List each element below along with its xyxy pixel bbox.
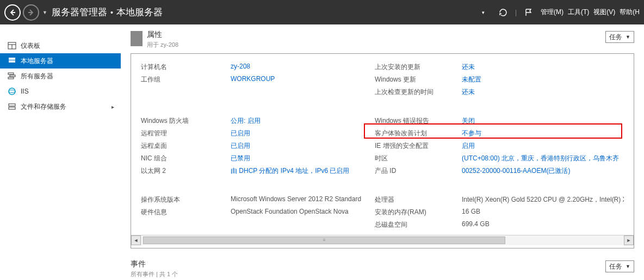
prop-label — [141, 88, 231, 97]
breadcrumb-root[interactable]: 服务器管理器 — [52, 6, 107, 18]
properties-title: 属性 — [147, 30, 605, 40]
titlebar: ▼ 服务器管理器 • 本地服务器 ▾ | 管理(M) 工具(T) 视图(V) 帮… — [0, 0, 644, 24]
prop-value[interactable]: 还未 — [462, 88, 624, 97]
prop-value[interactable]: 启用 — [462, 141, 624, 151]
svg-rect-6 — [10, 75, 15, 77]
prop-value[interactable]: 不参与 — [462, 129, 624, 138]
nav-buttons: ▼ — [0, 4, 52, 21]
sidebar-item-label: 仪表板 — [21, 41, 40, 51]
prop-value[interactable]: (UTC+08:00) 北京，重庆，香港特别行政区，乌鲁木齐 — [462, 154, 624, 163]
prop-label: 时区 — [375, 154, 462, 163]
iis-icon — [7, 87, 17, 96]
prop-value[interactable]: WORKGROUP — [231, 75, 375, 84]
svg-rect-11 — [9, 107, 15, 109]
prop-label: 产品 ID — [375, 166, 462, 176]
back-button[interactable] — [4, 4, 21, 21]
forward-button[interactable] — [23, 4, 39, 21]
properties-panel: 计算机名zy-208上次安装的更新还未工作组WORKGROUPWindows 更… — [131, 53, 634, 248]
prop-label: IE 增强的安全配置 — [375, 141, 462, 151]
server-block-icon — [131, 31, 143, 46]
prop-value[interactable]: 由 DHCP 分配的 IPv4 地址，IPv6 已启用 — [231, 166, 375, 176]
prop-value[interactable]: 已启用 — [231, 141, 375, 151]
prop-label: 远程桌面 — [141, 141, 231, 151]
servers-icon — [7, 72, 17, 80]
main-content: 属性 用于 zy-208 任务 ▼ 计算机名zy-208上次安装的更新还未工作组… — [121, 24, 644, 280]
refresh-button[interactable] — [496, 5, 511, 20]
events-title: 事件 — [131, 259, 605, 269]
prop-value: OpenStack Foundation OpenStack Nova — [231, 208, 375, 217]
tasks-button[interactable]: 任务 ▼ — [605, 31, 634, 43]
flag-icon — [524, 8, 533, 17]
arrow-right-icon — [27, 9, 35, 16]
prop-value[interactable]: 未配置 — [462, 75, 624, 84]
dropdown-small-icon[interactable]: ▾ — [476, 5, 491, 20]
prop-label: Windows 错误报告 — [375, 116, 462, 126]
horizontal-scrollbar[interactable]: ◄ ≡ ► — [131, 235, 634, 245]
chevron-right-icon: ▸ — [112, 104, 114, 110]
prop-label: 总磁盘空间 — [375, 220, 462, 229]
storage-icon — [7, 102, 17, 111]
menu-help[interactable]: 帮助(H — [620, 8, 640, 17]
events-subtitle: 所有事件 | 共 1 个 — [131, 270, 605, 278]
scroll-thumb[interactable]: ≡ — [143, 237, 505, 244]
prop-label: 工作组 — [141, 75, 231, 84]
properties-grid: 计算机名zy-208上次安装的更新还未工作组WORKGROUPWindows 更… — [131, 63, 634, 229]
prop-value[interactable] — [231, 88, 375, 97]
svg-point-8 — [9, 88, 15, 95]
scroll-track[interactable]: ≡ — [141, 235, 624, 245]
prop-value[interactable]: 已禁用 — [231, 154, 375, 163]
sidebar: 仪表板 本地服务器 所有服务器 IIS 文件和存储服务 ▸ — [0, 24, 121, 280]
properties-header: 属性 用于 zy-208 任务 ▼ — [131, 30, 634, 49]
prop-value[interactable]: 00252-20000-00116-AAOEM(已激活) — [462, 166, 624, 176]
prop-label: 以太网 2 — [141, 166, 231, 176]
sidebar-item-iis[interactable]: IIS — [0, 84, 121, 99]
breadcrumb-current[interactable]: 本地服务器 — [116, 6, 163, 18]
prop-value[interactable]: 公用: 启用 — [231, 116, 375, 126]
server-icon — [7, 57, 17, 65]
prop-value[interactable] — [231, 220, 375, 229]
sidebar-item-label: 所有服务器 — [21, 72, 53, 81]
prop-value[interactable]: zy-208 — [231, 63, 375, 72]
sidebar-item-local-server[interactable]: 本地服务器 — [0, 53, 121, 69]
prop-label: 硬件信息 — [141, 208, 231, 217]
flag-button[interactable] — [521, 5, 536, 20]
sidebar-item-file-storage[interactable]: 文件和存储服务 ▸ — [0, 99, 121, 114]
breadcrumb: 服务器管理器 • 本地服务器 — [52, 6, 476, 18]
menu-tools[interactable]: 工具(T) — [568, 8, 589, 17]
prop-value: 16 GB — [462, 208, 624, 217]
properties-subtitle: 用于 zy-208 — [147, 41, 605, 49]
prop-label: NIC 组合 — [141, 154, 231, 163]
dropdown-icon[interactable]: ▼ — [42, 10, 47, 15]
svg-point-9 — [9, 90, 15, 93]
prop-value: Microsoft Windows Server 2012 R2 Standar… — [231, 195, 375, 204]
arrow-left-icon — [9, 9, 16, 16]
events-header: 事件 所有事件 | 共 1 个 任务 ▼ — [131, 259, 634, 278]
titlebar-right: ▾ | 管理(M) 工具(T) 视图(V) 帮助(H — [476, 5, 644, 20]
scroll-left-button[interactable]: ◄ — [131, 235, 141, 245]
svg-rect-4 — [9, 60, 15, 63]
breadcrumb-sep-icon: • — [110, 8, 113, 17]
prop-value[interactable]: 关闭 — [462, 116, 624, 126]
menu-manage[interactable]: 管理(M) — [541, 8, 564, 17]
prop-value[interactable]: 还未 — [462, 63, 624, 72]
tasks-label: 任务 — [609, 262, 622, 271]
dashboard-icon — [7, 41, 17, 50]
scroll-right-button[interactable]: ► — [624, 235, 634, 245]
prop-value[interactable]: 已启用 — [231, 129, 375, 138]
sidebar-item-all-servers[interactable]: 所有服务器 — [0, 69, 121, 84]
prop-label: 客户体验改善计划 — [375, 129, 462, 138]
sidebar-item-dashboard[interactable]: 仪表板 — [0, 38, 121, 53]
menu-view[interactable]: 视图(V) — [593, 8, 615, 17]
separator-icon: | — [515, 9, 517, 16]
prop-label: 计算机名 — [141, 63, 231, 72]
prop-label: 安装的内存(RAM) — [375, 208, 462, 217]
sidebar-item-label: 文件和存储服务 — [21, 102, 66, 111]
prop-label: Windows 防火墙 — [141, 116, 231, 126]
svg-rect-3 — [9, 58, 15, 60]
refresh-icon — [498, 8, 508, 17]
svg-rect-5 — [8, 73, 14, 74]
prop-label: 处理器 — [375, 195, 462, 204]
group-gap — [141, 179, 624, 192]
svg-rect-7 — [8, 77, 14, 79]
events-tasks-button[interactable]: 任务 ▼ — [605, 260, 634, 272]
